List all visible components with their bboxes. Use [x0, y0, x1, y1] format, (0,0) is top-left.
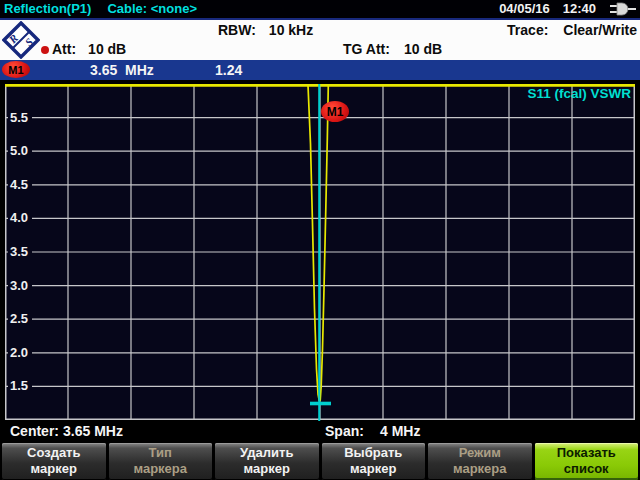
att-value: 10 dB	[88, 41, 126, 58]
marker-m1-badge: M1	[2, 61, 30, 78]
frequency-info-bar: Center: 3.65 MHz Span: 4 MHz	[0, 421, 640, 442]
y-axis-tick: 2.5	[8, 311, 32, 327]
measurement-title: Reflection(P1)	[4, 0, 91, 18]
y-axis-tick: 5.5	[8, 110, 32, 126]
att-readout: Att: 10 dB	[52, 41, 126, 58]
span-value: 4 MHz	[380, 421, 420, 442]
title-group: Reflection(P1) Cable: <none>	[0, 0, 197, 18]
analyzer-screen: Reflection(P1) Cable: <none> 04/05/16 12…	[0, 0, 640, 480]
trace-mode-readout: Trace: Clear/Write	[507, 22, 637, 39]
marker-value: 1.24	[215, 60, 242, 80]
softkey-new-marker[interactable]: Создать маркер	[2, 443, 106, 480]
softkey-bar: Создать маркер Тип маркера Удалить марке…	[0, 443, 640, 480]
rbw-readout: RBW: 10 kHz	[218, 22, 313, 39]
settings-panel: R S RBW: 10 kHz Trace: Clear/Write Att: …	[0, 18, 640, 60]
att-label: Att:	[52, 41, 76, 58]
softkey-select-marker[interactable]: Выбрать маркер	[322, 443, 426, 480]
chart-canvas	[5, 84, 635, 420]
center-label: Center:	[10, 421, 59, 442]
y-axis-tick: 2.0	[8, 345, 32, 361]
ac-plug-icon	[609, 2, 637, 16]
trace-value: Clear/Write	[563, 22, 637, 39]
span-label: Span:	[325, 421, 364, 442]
center-value: 3.65 MHz	[63, 421, 123, 442]
tg-att-readout: TG Att: 10 dB	[343, 41, 442, 58]
rohde-schwarz-logo: R S	[2, 21, 40, 59]
rbw-label: RBW:	[218, 22, 256, 39]
tg-att-value: 10 dB	[404, 41, 442, 58]
y-axis-tick: 5.0	[8, 143, 32, 159]
y-axis-tick: 4.5	[8, 177, 32, 193]
title-bar: Reflection(P1) Cable: <none> 04/05/16 12…	[0, 0, 640, 18]
date-display: 04/05/16	[499, 0, 550, 18]
att-indicator-dot	[41, 46, 49, 54]
time-display: 12:40	[563, 0, 596, 18]
y-axis-tick: 3.0	[8, 278, 32, 294]
vswr-chart: 5.5 5.0 4.5 4.0 3.5 3.0 2.5 2.0 1.5 S11 …	[5, 84, 635, 420]
chart-marker-m1-label: M1	[321, 101, 349, 122]
status-group: 04/05/16 12:40	[499, 0, 640, 18]
trace-label: Trace:	[507, 22, 548, 39]
rbw-value: 10 kHz	[269, 22, 313, 39]
softkey-marker-mode[interactable]: Режим маркера	[428, 443, 532, 480]
tg-att-label: TG Att:	[343, 41, 390, 58]
y-axis-tick: 3.5	[8, 244, 32, 260]
marker-frequency: 3.65 MHz	[90, 60, 154, 80]
y-axis-tick: 4.0	[8, 210, 32, 226]
softkey-delete-marker[interactable]: Удалить маркер	[215, 443, 319, 480]
softkey-marker-type[interactable]: Тип маркера	[109, 443, 213, 480]
trace-mode-label: S11 (fcal) VSWR	[527, 86, 631, 101]
marker-readout-bar: M1 3.65 MHz 1.24	[0, 60, 640, 80]
y-axis-tick: 1.5	[8, 378, 32, 394]
softkey-show-list[interactable]: Показать список	[535, 443, 639, 480]
cable-status: Cable: <none>	[107, 0, 197, 18]
